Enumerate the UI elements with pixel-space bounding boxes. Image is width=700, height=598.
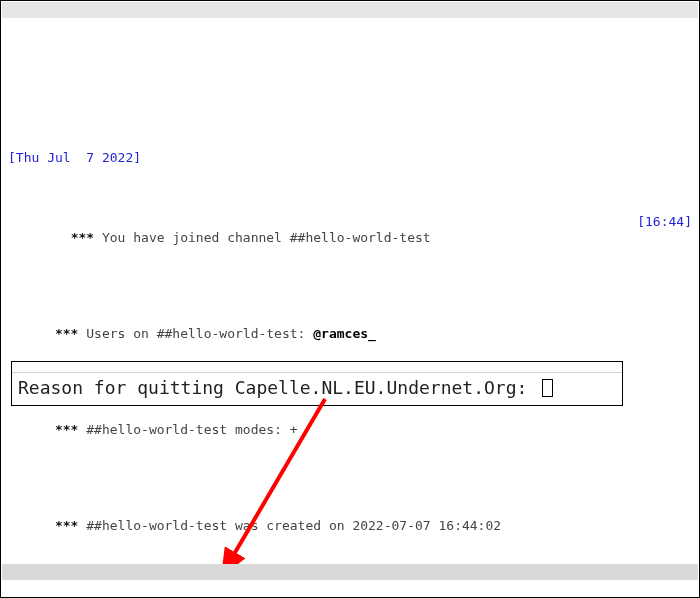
erc-user-nick: @ramces_ xyxy=(313,326,376,341)
erc-header-line: ramces_ on ##hello-world-test (+i,lag:0) xyxy=(2,2,698,18)
erc-joined-timestamp: [16:44] xyxy=(637,214,692,262)
erc-created-line: *** ##hello-world-test was created on 20… xyxy=(8,502,692,550)
erc-buffer[interactable]: [Thu Jul 7 2022] *** You have joined cha… xyxy=(2,18,698,563)
callout-clip-strip xyxy=(12,362,622,373)
erc-joined-line: *** You have joined channel ##hello-worl… xyxy=(8,214,692,262)
erc-created-text: ##hello-world-test was created on 2022-0… xyxy=(86,518,501,533)
emacs-minibuffer[interactable]: Reason for quitting Capelle.NL.EU.Undern… xyxy=(2,580,698,596)
erc-star: *** xyxy=(55,518,86,533)
callout-prompt-text: Reason for quitting Capelle.NL.EU.Undern… xyxy=(18,377,538,399)
erc-joined-text: You have joined channel ##hello-world-te… xyxy=(102,230,431,245)
emacs-window: ramces_ on ##hello-world-test (+i,lag:0)… xyxy=(0,0,700,598)
erc-star: *** xyxy=(71,230,102,245)
erc-modes-line: *** ##hello-world-test modes: + xyxy=(8,406,692,454)
emacs-modeline[interactable]: -:**- ##hello-world-te@UnderNet All (13,… xyxy=(2,564,698,580)
callout-prompt-row: Reason for quitting Capelle.NL.EU.Undern… xyxy=(12,373,622,405)
erc-date-header: [Thu Jul 7 2022] xyxy=(8,150,692,166)
erc-star: *** xyxy=(55,326,86,341)
erc-modes-text: ##hello-world-test modes: + xyxy=(86,422,297,437)
erc-star: *** xyxy=(55,422,86,437)
erc-users-line: *** Users on ##hello-world-test: @ramces… xyxy=(8,310,692,358)
callout-card: Reason for quitting Capelle.NL.EU.Undern… xyxy=(11,361,623,406)
erc-users-text: Users on ##hello-world-test: xyxy=(86,326,313,341)
cursor-icon xyxy=(542,379,553,397)
